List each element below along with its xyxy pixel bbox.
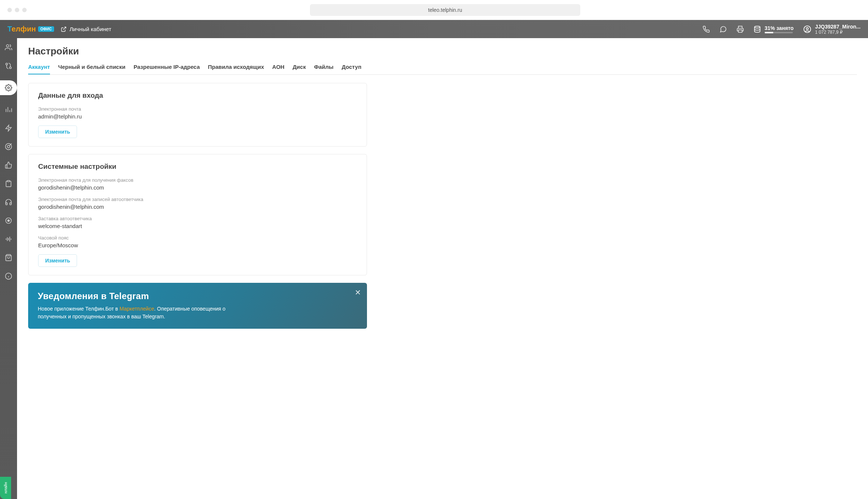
external-link-icon — [61, 26, 67, 32]
traffic-min[interactable] — [15, 8, 19, 12]
close-icon[interactable]: ✕ — [355, 288, 361, 297]
tab-outgoing[interactable]: Правила исходящих — [208, 64, 264, 74]
svg-line-0 — [63, 27, 66, 30]
traffic-max[interactable] — [22, 8, 27, 12]
marketplace-link[interactable]: Маркетплейсе — [120, 306, 154, 312]
sidebar-item-shop[interactable] — [4, 254, 13, 262]
tab-blacklist[interactable]: Черный и белый списки — [58, 64, 126, 74]
svg-rect-1 — [738, 30, 742, 32]
greeting-label: Заставка автоответчика — [38, 216, 357, 221]
promo-title: Уведомления в Telegram — [38, 291, 357, 301]
traffic-close[interactable] — [7, 8, 12, 12]
edit-login-button[interactable]: Изменить — [38, 125, 77, 138]
online-tab[interactable]: нлайн — [0, 477, 11, 499]
cabinet-link[interactable]: Личный кабинет — [61, 26, 111, 32]
card-title: Данные для входа — [38, 91, 357, 100]
url-bar[interactable]: teleo.telphin.ru — [310, 4, 580, 16]
sidebar-item-contacts[interactable] — [4, 43, 13, 51]
logo-badge: ОФИС — [38, 26, 54, 32]
main-content: Настройки Аккаунт Черный и белый списки … — [17, 38, 868, 499]
svg-point-5 — [6, 45, 9, 47]
vm-email-value: gorodishenin@telphin.com — [38, 204, 357, 210]
storage-indicator[interactable]: 31% занято — [754, 25, 794, 33]
tz-label: Часовой пояс — [38, 235, 357, 241]
logo-text: Телфин — [7, 25, 36, 33]
greeting-value: welcome-standart — [38, 223, 357, 229]
svg-point-8 — [8, 87, 10, 89]
storage-bar — [765, 32, 793, 33]
svg-rect-16 — [7, 181, 10, 182]
user-name: JJQ39287_Miron... — [815, 24, 861, 30]
tab-access[interactable]: Доступ — [342, 64, 361, 74]
tab-aon[interactable]: АОН — [272, 64, 284, 74]
tab-files[interactable]: Файлы — [314, 64, 334, 74]
system-settings-card: Системные настройки Электронная почта дл… — [28, 154, 367, 275]
login-data-card: Данные для входа Электронная почта admin… — [28, 83, 367, 147]
browser-chrome: teleo.telphin.ru — [0, 0, 868, 20]
tab-disk[interactable]: Диск — [293, 64, 306, 74]
email-value: admin@telphin.ru — [38, 113, 357, 120]
svg-point-7 — [10, 67, 11, 69]
svg-point-6 — [6, 63, 8, 65]
tab-ips[interactable]: Разрешенные IP-адреса — [134, 64, 200, 74]
page-title: Настройки — [28, 46, 857, 57]
svg-marker-13 — [6, 125, 11, 131]
tabs: Аккаунт Черный и белый списки Разрешенны… — [28, 64, 857, 75]
sidebar-item-thumbs[interactable] — [4, 161, 13, 169]
sidebar-item-routing[interactable] — [4, 62, 13, 70]
svg-point-18 — [8, 220, 10, 222]
sidebar: нлайн — [0, 38, 17, 499]
user-menu[interactable]: JJQ39287_Miron... 1 072 787,9 ₽ — [803, 24, 861, 35]
sidebar-item-settings[interactable] — [0, 80, 17, 95]
user-balance: 1 072 787,9 ₽ — [815, 30, 861, 35]
edit-system-button[interactable]: Изменить — [38, 254, 77, 267]
sidebar-item-target[interactable] — [4, 143, 13, 151]
tab-account[interactable]: Аккаунт — [28, 64, 50, 74]
phone-icon[interactable] — [702, 26, 710, 33]
email-label: Электронная почта — [38, 106, 357, 112]
fax-email-value: gorodishenin@telphin.com — [38, 184, 357, 191]
sidebar-item-info[interactable] — [4, 272, 13, 280]
fax-email-label: Электронная почта для получения факсов — [38, 177, 357, 183]
printer-icon[interactable] — [737, 26, 744, 33]
svg-point-4 — [806, 27, 808, 30]
database-icon — [754, 26, 761, 33]
svg-point-2 — [754, 26, 760, 28]
vm-email-label: Электронная почта для записей автоответч… — [38, 197, 357, 202]
cabinet-link-label: Личный кабинет — [70, 26, 111, 32]
sidebar-item-clipboard[interactable] — [4, 180, 13, 188]
svg-point-15 — [7, 145, 10, 148]
card-title: Системные настройки — [38, 163, 357, 171]
user-icon — [803, 25, 811, 33]
top-header: Телфин ОФИС Личный кабинет 31% занято — [0, 20, 868, 38]
sidebar-item-stats[interactable] — [4, 106, 13, 114]
sidebar-item-audio[interactable] — [4, 235, 13, 243]
sidebar-item-tools[interactable] — [4, 124, 13, 132]
chat-icon[interactable] — [720, 26, 727, 33]
sidebar-item-headset[interactable] — [4, 198, 13, 206]
sidebar-item-record[interactable] — [4, 217, 13, 225]
telegram-promo: ✕ Уведомления в Telegram Новое приложени… — [28, 283, 367, 329]
tz-value: Europe/Moscow — [38, 242, 357, 248]
promo-text: Новое приложение Телфин.Бот в Маркетплей… — [38, 305, 253, 321]
storage-label: 31% занято — [765, 25, 794, 31]
logo[interactable]: Телфин ОФИС — [7, 25, 54, 33]
